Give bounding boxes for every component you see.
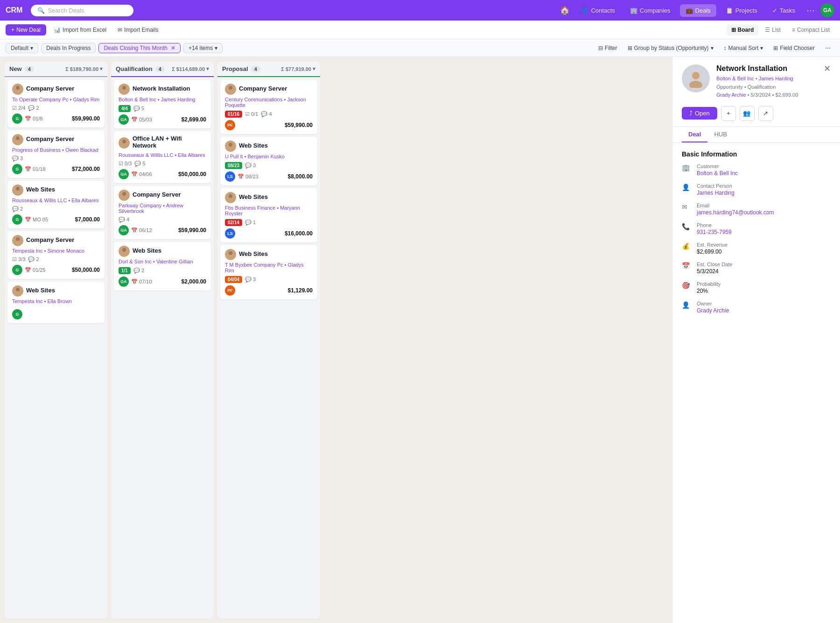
kanban-board: New 4 Σ$189,790.00 ▾ Company Server To O… — [0, 57, 672, 623]
col-header-proposal: Proposal 4 Σ$77,919.00 ▾ — [217, 62, 320, 77]
deal-card[interactable]: Web Sites Tempesta Inc • Ella Brown G — [7, 282, 105, 323]
nav-contacts[interactable]: 👤 Contacts — [575, 4, 620, 17]
svg-point-14 — [122, 192, 126, 196]
nav-projects[interactable]: 📋 Projects — [720, 4, 763, 17]
field-value[interactable]: Grady Archie — [697, 307, 831, 314]
search-icon: 🔍 — [37, 7, 45, 14]
svg-point-4 — [16, 187, 20, 191]
compact-view-button[interactable]: ≡ Compact List — [787, 24, 834, 35]
board-view-button[interactable]: ⊞ Board — [727, 24, 759, 35]
card-date: 📅 06/12 — [131, 227, 152, 234]
field-value[interactable]: james.harding74@outlook.com — [697, 209, 831, 216]
checklist-icon: ☑ 2/4 — [12, 105, 25, 111]
col-header-qualification: Qualification 4 Σ$114,689.00 ▾ — [111, 62, 214, 77]
list-icon: ☰ — [765, 27, 770, 33]
new-deal-button[interactable]: + New Deal — [6, 24, 46, 35]
svg-point-2 — [16, 136, 20, 140]
nav-tasks[interactable]: ✓ Tasks — [767, 4, 801, 17]
filter-in-progress[interactable]: Deals In Progress — [41, 43, 96, 53]
kanban-col-new: New 4 Σ$189,790.00 ▾ Company Server To O… — [5, 62, 107, 618]
field-label: Probability — [697, 281, 831, 287]
add-button[interactable]: + — [721, 106, 736, 121]
field-chooser-button[interactable]: ⊞ Field Chooser — [770, 43, 819, 53]
tab-hub[interactable]: HUB — [707, 127, 733, 142]
more-icon[interactable]: ⋯ — [805, 3, 817, 17]
comments-icon: 💬 2 — [28, 256, 39, 262]
deal-card[interactable]: Network Installation Bolton & Bell Inc •… — [114, 80, 211, 128]
tab-deal[interactable]: Deal — [682, 127, 707, 142]
more-options-button[interactable]: ⋯ — [821, 43, 834, 53]
sort-chevron-icon: ▾ — [760, 45, 763, 51]
field-icon: 🎯 — [682, 282, 691, 289]
sort-button[interactable]: ↕ Manual Sort ▾ — [720, 43, 767, 53]
top-navigation: CRM 🔍 Search Deals 🏠 👤 Contacts 🏢 Compan… — [0, 0, 840, 21]
deal-card[interactable]: Web Sites Dorl & Son Inc • Valentine Gil… — [114, 242, 211, 290]
card-title: Company Server — [239, 85, 287, 92]
field-value[interactable]: Bolton & Bell Inc — [697, 170, 831, 177]
comments-icon: 💬 1 — [245, 219, 256, 226]
deal-card[interactable]: Web Sites Fbs Business Finance • Maryann… — [220, 188, 317, 242]
info-row: 📞 Phone 931-235-7959 — [682, 222, 831, 235]
email-icon: ✉ — [118, 27, 122, 33]
svg-point-22 — [229, 194, 232, 198]
user-avatar[interactable]: GA — [820, 3, 834, 17]
card-badge: 08/23 — [225, 162, 242, 169]
panel-close-button[interactable]: ✕ — [824, 64, 831, 73]
search-bar[interactable]: 🔍 Search Deals — [31, 5, 133, 16]
import-excel-button[interactable]: 📊 Import from Excel — [50, 25, 110, 35]
close-tag-icon: ✕ — [171, 45, 175, 51]
card-title: Web Sites — [239, 142, 268, 149]
deal-card[interactable]: Company Server Century Communications • … — [220, 80, 317, 134]
nav-companies[interactable]: 🏢 Companies — [624, 4, 676, 17]
deal-card[interactable]: Company Server To Operate Company Pc • G… — [7, 80, 105, 127]
home-icon[interactable]: 🏠 — [558, 3, 572, 17]
card-company: T M Byxbee Company Pc • Gladys Rim — [225, 262, 313, 273]
field-value[interactable]: James Harding — [697, 190, 831, 196]
group-by-button[interactable]: ⊞ Group by Status (Opportunity) ▾ — [624, 43, 717, 53]
contacts-icon: 👤 — [581, 7, 588, 14]
nav-deals[interactable]: 💼 Deals — [680, 4, 716, 17]
filter-more-items[interactable]: +14 items ▾ — [183, 43, 223, 53]
open-deal-button[interactable]: ⤴ Open — [682, 107, 717, 120]
deal-card[interactable]: Company Server Progress of Business • Ow… — [7, 130, 105, 178]
field-label: Owner — [697, 301, 831, 306]
filter-default[interactable]: Default ▾ — [6, 43, 38, 53]
card-company: Century Communications • Jackson Poquett… — [225, 97, 313, 108]
excel-icon: 📊 — [54, 27, 61, 33]
deal-card[interactable]: Company Server Tempesta Inc • Simone Mon… — [7, 231, 105, 279]
teams-button[interactable]: 👥 — [740, 106, 755, 121]
info-row: 💰 Est. Revenue $2,699.00 — [682, 242, 831, 255]
comments-icon: 💬 3 — [245, 276, 256, 283]
col-header-new: New 4 Σ$189,790.00 ▾ — [5, 62, 107, 77]
deal-card[interactable]: Web Sites U Pull It • Benjamin Kusko 08/… — [220, 137, 317, 185]
card-amount: $59,990.00 — [178, 227, 206, 234]
card-meta: ☑ 3/3 💬 2 — [12, 256, 100, 262]
card-footer: LS 📅 08/23 $8,000.00 — [225, 171, 313, 182]
card-title: Office LAN + Wifi Network — [133, 135, 206, 149]
card-footer: LS $16,000.00 — [225, 228, 313, 239]
card-amount: $1,129.00 — [288, 287, 313, 294]
col-sum: Σ$77,919.00 ▾ — [281, 66, 315, 72]
toolbar: + New Deal 📊 Import from Excel ✉ Import … — [0, 21, 840, 39]
svg-point-8 — [16, 288, 20, 291]
card-badge: 4/4 — [119, 105, 131, 112]
card-footer: GA 📅 06/12 $59,990.00 — [119, 225, 206, 235]
filter-button[interactable]: ⊟ Filter — [595, 43, 621, 53]
deal-card[interactable]: Web Sites Rousseaux & Willis LLC • Ella … — [7, 181, 105, 228]
card-title: Company Server — [26, 85, 74, 92]
card-company: Parkway Company • Andrew Silverbrook — [119, 203, 206, 214]
field-label: Customer — [697, 163, 831, 169]
panel-header: ✕ Network Installation Bolton & Bell Inc… — [672, 57, 840, 127]
field-value[interactable]: 931-235-7959 — [697, 229, 831, 235]
card-company: U Pull It • Benjamin Kusko — [225, 154, 313, 159]
deal-card[interactable]: Web Sites T M Byxbee Company Pc • Gladys… — [220, 245, 317, 299]
deal-card[interactable]: Office LAN + Wifi Network Rousseaux & Wi… — [114, 131, 211, 183]
import-emails-button[interactable]: ✉ Import Emails — [114, 25, 162, 35]
filter-closing[interactable]: Deals Closing This Month ✕ — [98, 43, 181, 53]
share-button[interactable]: ↗ — [758, 106, 773, 121]
card-meta: 04/04 💬 3 — [225, 276, 313, 283]
card-meta: 01/16 ☑ 0/1 💬 4 — [225, 111, 313, 118]
svg-point-0 — [16, 86, 20, 90]
deal-card[interactable]: Company Server Parkway Company • Andrew … — [114, 186, 211, 239]
list-view-button[interactable]: ☰ List — [760, 24, 785, 35]
